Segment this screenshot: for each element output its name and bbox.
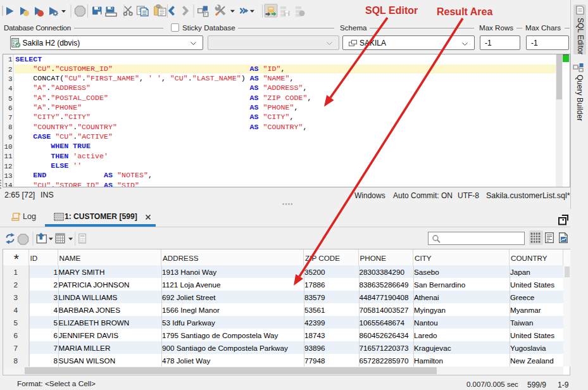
- svg-text:Result Area: Result Area: [437, 6, 492, 17]
- svg-text:SQL Editor: SQL Editor: [365, 5, 418, 16]
